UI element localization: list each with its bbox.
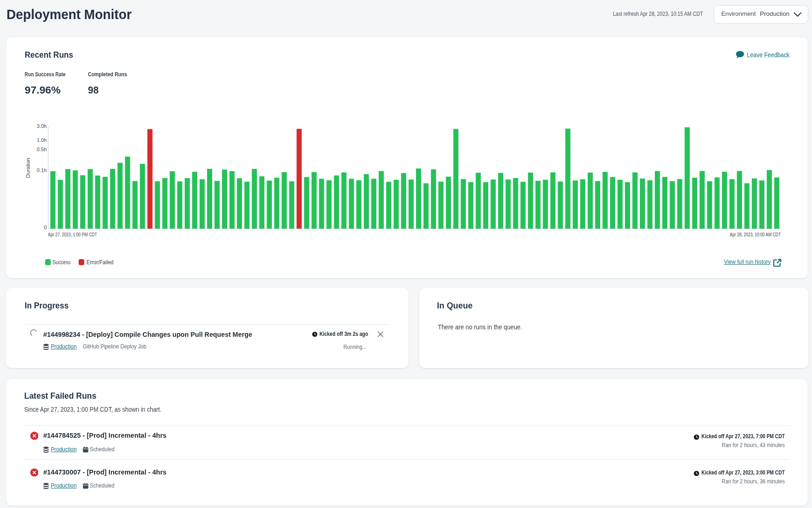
svg-text:Duration: Duration bbox=[25, 158, 31, 178]
svg-text:1.0h: 1.0h bbox=[37, 137, 47, 143]
svg-text:0: 0 bbox=[44, 225, 47, 230]
svg-text:0.1h: 0.1h bbox=[37, 167, 47, 173]
svg-text:Apr 27, 2023, 1:00 PM CDT: Apr 27, 2023, 1:00 PM CDT bbox=[48, 232, 97, 237]
svg-text:0.5h: 0.5h bbox=[37, 147, 47, 152]
svg-text:Apr 28, 2023, 10:00 AM CDT: Apr 28, 2023, 10:00 AM CDT bbox=[730, 232, 781, 237]
svg-text:3.0h: 3.0h bbox=[37, 123, 47, 129]
